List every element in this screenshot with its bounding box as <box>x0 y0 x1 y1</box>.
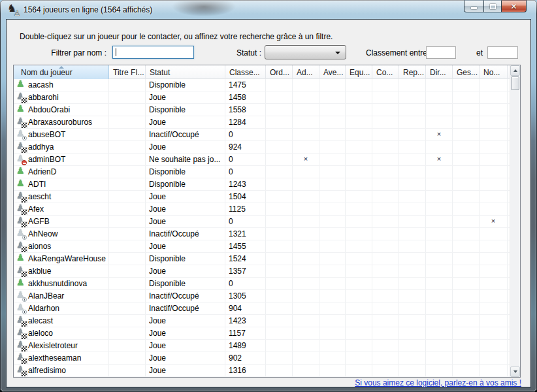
statut-cell: Joue <box>146 315 225 327</box>
rating-min-input[interactable] <box>426 46 456 59</box>
window-title: 1564 joueurs en ligne (1564 affichés) <box>24 5 152 14</box>
table-row[interactable]: AfexJoue1125 <box>14 203 510 216</box>
flag-cell <box>480 228 508 240</box>
column-header-11[interactable]: Ges... <box>453 65 480 79</box>
column-header-3[interactable]: Classe... <box>225 65 266 79</box>
pawn-playing-icon <box>16 242 25 252</box>
table-row[interactable]: akkhusnutdinovaDisponible0 <box>14 278 510 290</box>
statut-cell: Disponible <box>146 104 225 116</box>
flag-cell <box>293 203 319 215</box>
column-header-0[interactable]: Nom du joueur <box>14 65 109 79</box>
flag-cell <box>266 265 293 277</box>
table-row[interactable]: alfredisimoJoue1316 <box>14 365 510 377</box>
table-row[interactable]: adminBOTNe souhaite pas jo...0×× <box>14 154 510 166</box>
flag-cell <box>426 166 453 178</box>
column-header-label: Ord... <box>270 68 289 77</box>
rating-max-input[interactable] <box>487 46 518 59</box>
table-row[interactable]: abuseBOTInactif/Occupé0× <box>14 129 510 141</box>
flag-cell <box>372 340 399 351</box>
player-name: AhNeow <box>28 229 57 238</box>
table-row[interactable]: ADTIDisponible1243 <box>14 178 510 191</box>
flag-cell <box>453 278 480 289</box>
flag-cell <box>453 166 480 178</box>
table-row[interactable]: alelocoJoue1157 <box>14 327 510 340</box>
flag-cell <box>293 178 319 190</box>
table-row[interactable]: abbarohiJoue1458 <box>14 91 510 104</box>
flag-cell <box>346 302 372 314</box>
pawn-dnd-icon <box>16 155 25 165</box>
flag-cell <box>372 203 399 215</box>
minimize-button[interactable] <box>464 0 483 12</box>
column-header-6[interactable]: Ave... <box>319 65 346 79</box>
titlebar[interactable]: 1564 joueurs en ligne (1564 affichés) ✕ <box>0 0 537 20</box>
column-header-10[interactable]: Dir... <box>426 65 453 79</box>
flag-cell <box>426 253 453 265</box>
statut-cell: Disponible <box>146 79 225 91</box>
statut-cell: Disponible <box>146 166 225 178</box>
status-overlay-icon <box>22 310 27 314</box>
column-header-label: Classe... <box>229 68 260 77</box>
flag-cell <box>426 191 453 203</box>
flag-cell <box>453 365 480 376</box>
flag-cell <box>372 104 399 116</box>
table-row[interactable]: AkaRengaWareHouseDisponible1524 <box>14 253 510 265</box>
pawn-idle-icon <box>16 229 25 239</box>
maximize-button[interactable] <box>483 0 502 12</box>
titre-fide-cell <box>109 203 146 215</box>
titre-fide-cell <box>109 141 146 153</box>
statut-cell: Inactif/Occupé <box>146 302 225 314</box>
flag-cell <box>372 141 399 153</box>
table-row[interactable]: alecastJoue1423 <box>14 315 510 327</box>
table-row[interactable]: aacashDisponible1475 <box>14 79 510 91</box>
scroll-up-button[interactable] <box>510 65 520 76</box>
table-row[interactable]: AhNeowInactif/Occupé1321 <box>14 228 510 240</box>
flag-cell <box>319 191 346 203</box>
vertical-scrollbar[interactable] <box>510 65 520 377</box>
flag-cell <box>319 265 346 277</box>
table-row[interactable]: AldarhonInactif/Occupé904 <box>14 302 510 315</box>
column-header-2[interactable]: Statut <box>146 65 225 79</box>
statut-cell: Joue <box>146 365 225 376</box>
player-name: Alexisletroteur <box>28 341 78 350</box>
table-row[interactable]: AdrienDDisponible0 <box>14 166 510 178</box>
player-name-cell: akblue <box>14 265 109 277</box>
pawn-playing-icon <box>16 217 25 227</box>
titre-fide-cell <box>109 228 146 240</box>
scroll-down-button[interactable] <box>510 367 520 377</box>
player-name-cell: aionos <box>14 240 109 252</box>
column-header-8[interactable]: Co... <box>372 65 399 79</box>
column-header-label: Nom du joueur <box>21 68 73 77</box>
table-row[interactable]: aeschtJoue1504 <box>14 191 510 203</box>
flag-cell <box>319 104 346 116</box>
table-row[interactable]: akblueJoue1357 <box>14 265 510 278</box>
table-row[interactable]: AbdouOrabiDisponible1558 <box>14 104 510 116</box>
table-row[interactable]: aionosJoue1455 <box>14 240 510 253</box>
table-row[interactable]: AGFBJoue0× <box>14 216 510 228</box>
filter-name-input[interactable] <box>112 46 194 59</box>
status-overlay-icon <box>22 160 27 165</box>
column-header-4[interactable]: Ord... <box>266 65 293 79</box>
player-name: addhya <box>28 142 54 152</box>
player-name: ADTI <box>28 180 46 189</box>
player-name-cell: alfredisimo <box>14 365 109 376</box>
column-header-9[interactable]: Rep... <box>399 65 426 79</box>
table-row[interactable]: AlexisletroteurJoue1489 <box>14 340 510 352</box>
flag-cell <box>372 327 399 339</box>
column-header-7[interactable]: Equ... <box>346 65 372 79</box>
table-row[interactable]: AlanJBearInactif/Occupé1305 <box>14 290 510 302</box>
column-header-5[interactable]: Ad... <box>293 65 319 79</box>
close-button[interactable]: ✕ <box>502 0 527 12</box>
column-header-1[interactable]: Titre FI... <box>109 65 146 79</box>
flag-cell <box>372 191 399 203</box>
pawn-available-icon <box>16 105 25 115</box>
pawn-playing-icon <box>16 118 25 127</box>
table-row[interactable]: addhyaJoue924 <box>14 141 510 154</box>
scrollbar-thumb[interactable] <box>511 76 519 90</box>
statut-label: Statut : <box>231 48 261 57</box>
table-row[interactable]: AbraxasouroburosJoue1284 <box>14 116 510 129</box>
table-row[interactable]: alextheseamanJoue902 <box>14 352 510 365</box>
share-link[interactable]: Si vous aimez ce logiciel, parlez-en à v… <box>355 378 521 387</box>
column-header-12[interactable]: No... <box>480 65 508 79</box>
statut-select[interactable] <box>265 45 346 59</box>
flag-cell <box>293 129 319 140</box>
